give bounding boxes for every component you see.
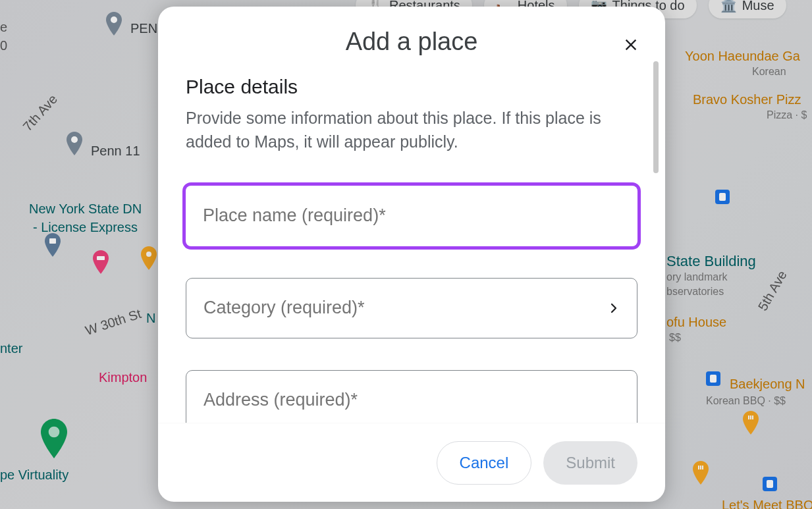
map-label: Yoon Haeundae Ga [685,49,800,64]
map-food-pin-icon [738,411,764,435]
map-label: e [0,20,7,35]
map-label: bservatories [666,286,724,298]
map-label: State Building [666,253,756,270]
place-name-input[interactable] [203,205,620,226]
svg-rect-3 [97,256,105,260]
close-button[interactable] [618,32,644,58]
map-label: PEN [130,21,157,36]
scrollbar-thumb[interactable] [653,61,659,173]
map-label: Baekjeong N [730,377,805,392]
cancel-button[interactable]: Cancel [437,441,532,485]
dialog-body[interactable]: Place details Provide some information a… [158,56,665,423]
transit-icon [706,371,720,386]
map-food-pin-icon [688,461,714,485]
map-label: $$ [669,332,681,344]
map-green-pin-icon [41,419,67,461]
svg-point-4 [146,252,151,257]
add-place-dialog: Add a place Place details Provide some i… [158,7,665,502]
category-field[interactable]: Category (required)* [186,278,637,338]
close-icon [622,36,640,54]
category-placeholder: Category (required)* [203,298,608,318]
map-label: Korean [752,66,786,78]
submit-button: Submit [543,441,637,485]
dialog-footer: Cancel Submit [158,423,665,502]
address-input[interactable] [203,390,620,410]
map-label: Penn 11 [91,144,140,159]
address-field[interactable] [186,370,637,423]
svg-point-1 [71,136,78,143]
chip-museums[interactable]: 🏛️Muse [709,0,786,18]
map-label: pe Virtuality [0,468,68,483]
section-title: Place details [186,76,637,98]
map-label: 0 [0,38,7,53]
svg-point-5 [49,427,60,438]
section-description: Provide some information about this plac… [186,106,637,154]
svg-point-0 [111,16,117,23]
map-pin-icon [105,12,122,36]
map-label: Kimpton [99,370,147,385]
map-label: nter [0,341,22,356]
place-name-field[interactable] [186,186,637,246]
dialog-header: Add a place [158,7,665,56]
transit-icon [763,477,777,491]
map-label: Let's Meet BBQ [722,498,812,509]
map-pin-icon [66,132,83,155]
map-civic-pin-icon [41,233,65,257]
map-label: ory landmark [666,271,727,283]
chip-label: Muse [742,0,774,13]
map-label: ofu House [666,315,726,330]
map-label: N [146,311,155,326]
map-label: Pizza · $ [767,109,807,121]
map-hotel-pin-icon [90,250,112,274]
chevron-right-icon [608,302,620,314]
map-label: Korean BBQ · $$ [706,395,786,407]
dialog-title: Add a place [158,28,665,56]
map-food-pin-icon [138,246,159,270]
museum-icon: 🏛️ [720,0,737,13]
map-label: New York State DN [29,201,142,217]
svg-rect-2 [49,238,56,244]
map-label: Bravo Kosher Pizz [693,92,801,107]
transit-icon [715,190,730,204]
